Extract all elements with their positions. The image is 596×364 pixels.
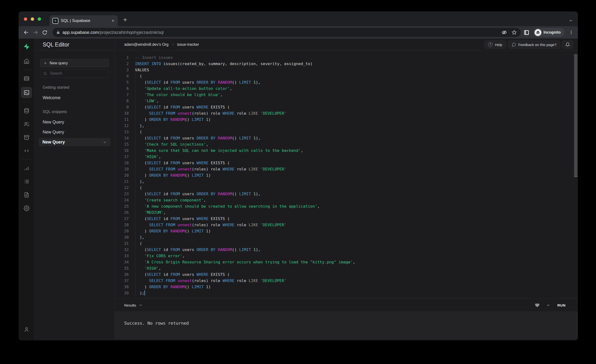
menu-dots-icon[interactable]: [569, 30, 574, 35]
code-line[interactable]: 'HIGH',: [135, 154, 578, 160]
run-options-chevron-icon[interactable]: [546, 303, 550, 307]
new-tab-plus-icon[interactable]: [123, 17, 128, 22]
code-line[interactable]: 'Fix CORS error',: [135, 253, 578, 259]
line-number: 28: [115, 222, 129, 228]
code-line[interactable]: ) ORDER BY RANDOM() LIMIT 1): [135, 228, 578, 234]
minimize-window-button[interactable]: [31, 17, 34, 21]
code-line[interactable]: ) ORDER BY RANDOM() LIMIT 1): [135, 172, 578, 178]
table-editor-icon[interactable]: [21, 74, 32, 83]
database-icon[interactable]: [21, 106, 32, 115]
snippet-item[interactable]: New Query: [39, 138, 110, 146]
feedback-button-label: Feedback on this page?: [518, 43, 556, 47]
run-button[interactable]: RUN: [557, 303, 566, 307]
code-line[interactable]: (: [135, 73, 578, 79]
code-line[interactable]: 'Create search component',: [135, 197, 578, 203]
text-cursor: [144, 290, 145, 295]
results-dropdown[interactable]: Results: [124, 303, 142, 307]
code-line[interactable]: VALUES: [135, 67, 578, 73]
code-line[interactable]: 'MEDIUM',: [135, 209, 578, 216]
side-panel-icon[interactable]: [523, 30, 529, 36]
bookmark-star-icon[interactable]: [512, 30, 517, 35]
code-line[interactable]: );: [135, 290, 578, 296]
supabase-logo[interactable]: [23, 43, 30, 50]
code-line[interactable]: SELECT FROM unnest(roles) role WHERE rol…: [135, 110, 578, 117]
code-line[interactable]: 'LOW',: [135, 98, 578, 104]
zoom-window-button[interactable]: [38, 17, 41, 21]
storage-icon[interactable]: [21, 133, 32, 142]
account-icon[interactable]: [21, 325, 32, 334]
code-line[interactable]: (SELECT id FROM users WHERE EXISTS (: [135, 216, 578, 222]
api-code-icon[interactable]: [21, 146, 32, 156]
code-line[interactable]: ) ORDER BY RANDOM() LIMIT 1): [135, 117, 578, 123]
code-line[interactable]: 'The color should be light blue',: [135, 92, 578, 98]
code-line[interactable]: 'A new component should be created to al…: [135, 203, 578, 209]
tab-favicon-supabase-icon: [52, 18, 58, 24]
back-icon[interactable]: [23, 30, 29, 35]
code-line[interactable]: (SELECT id FROM users ORDER BY RANDOM() …: [135, 79, 578, 86]
auth-users-icon[interactable]: [21, 119, 32, 129]
incognito-badge[interactable]: Incognito: [533, 28, 565, 37]
new-query-button[interactable]: New query: [40, 59, 109, 67]
reload-icon[interactable]: [42, 30, 47, 35]
code-line[interactable]: (: [135, 240, 578, 247]
notifications-button[interactable]: [562, 41, 573, 49]
snippet-item[interactable]: New Query: [40, 127, 109, 137]
line-number: 4: [115, 73, 129, 79]
search-field[interactable]: [40, 69, 109, 77]
url-path: /project/azahtnhqohyjerzaxtmk/sql: [99, 30, 164, 35]
help-button[interactable]: Help: [484, 41, 506, 49]
code-line[interactable]: ),: [135, 123, 578, 129]
code-line[interactable]: -- Insert issues: [135, 55, 578, 61]
code-line[interactable]: 'Update call-to-action button color',: [135, 86, 578, 92]
forward-icon[interactable]: [33, 30, 38, 35]
breadcrumb-org[interactable]: adam@windmill.dev's Org: [124, 42, 169, 47]
sql-editor-icon[interactable]: [21, 87, 32, 98]
code-line[interactable]: ),: [135, 178, 578, 185]
close-window-button[interactable]: [24, 17, 27, 21]
rail-divider: [22, 102, 31, 102]
code-line[interactable]: (: [135, 185, 578, 191]
code-line[interactable]: (SELECT id FROM users ORDER BY RANDOM() …: [135, 247, 578, 253]
logs-icon[interactable]: [21, 177, 32, 186]
tab-close-icon[interactable]: [111, 19, 115, 23]
results-label: Results: [124, 303, 136, 307]
code-line[interactable]: 'A Cross Origin Resource Sharing error o…: [135, 259, 578, 265]
sql-code-editor[interactable]: 1234567891011121314151617181920212223242…: [115, 51, 578, 298]
code-line[interactable]: (SELECT id FROM users WHERE EXISTS (: [135, 104, 578, 110]
line-number: 15: [115, 141, 129, 148]
feedback-button[interactable]: Feedback on this page?: [508, 41, 560, 49]
reports-icon[interactable]: [21, 163, 32, 173]
code-line[interactable]: INSERT INTO issues(created_by, summary, …: [135, 61, 578, 67]
browser-tab[interactable]: SQL | Supabase: [50, 15, 118, 26]
code-line[interactable]: SELECT FROM unnest(roles) role WHERE rol…: [135, 166, 578, 172]
results-message: Success. No rows returned: [115, 312, 578, 339]
code-line[interactable]: 'HIGH',: [135, 265, 578, 272]
code-line[interactable]: ),: [135, 234, 578, 240]
code-line[interactable]: ) ORDER BY RANDOM() LIMIT 1): [135, 284, 578, 290]
search-input[interactable]: [50, 71, 106, 76]
code-line[interactable]: 'Make sure that SQL can not be injected …: [135, 148, 578, 154]
docs-icon[interactable]: [21, 190, 32, 200]
scrollbar-thumb[interactable]: [574, 54, 577, 177]
code-line[interactable]: (SELECT id FROM users ORDER BY RANDOM() …: [135, 191, 578, 197]
code-line[interactable]: (: [135, 129, 578, 135]
breadcrumb-project[interactable]: issue-tracker: [177, 42, 199, 47]
snippet-item-label: Welcome: [43, 95, 60, 100]
snippet-item[interactable]: Welcome: [40, 93, 109, 103]
code-line[interactable]: (SELECT id FROM users ORDER BY RANDOM() …: [135, 135, 578, 141]
snippet-item[interactable]: New Query: [40, 117, 109, 127]
home-icon[interactable]: [21, 56, 32, 66]
code-lines[interactable]: -- Insert issuesINSERT INTO issues(creat…: [135, 55, 578, 298]
favorite-heart-icon[interactable]: [535, 303, 540, 308]
line-number: 25: [115, 203, 129, 209]
code-line[interactable]: (SELECT id FROM users WHERE EXISTS (: [135, 160, 578, 166]
tab-strip-chevron-icon[interactable]: [569, 19, 573, 22]
code-line[interactable]: SELECT FROM unnest(roles) role WHERE rol…: [135, 222, 578, 228]
eye-off-icon[interactable]: [502, 30, 507, 35]
url-bar[interactable]: app.supabase.com /project/azahtnhqohyjer…: [52, 28, 521, 37]
settings-gear-icon[interactable]: [21, 203, 32, 213]
code-line[interactable]: SELECT FROM unnest(roles) role WHERE rol…: [135, 278, 578, 284]
code-line[interactable]: (SELECT id FROM users WHERE EXISTS (: [135, 272, 578, 278]
code-line[interactable]: 'Check for SQL injections',: [135, 141, 578, 148]
editor-scrollbar[interactable]: [574, 54, 577, 298]
